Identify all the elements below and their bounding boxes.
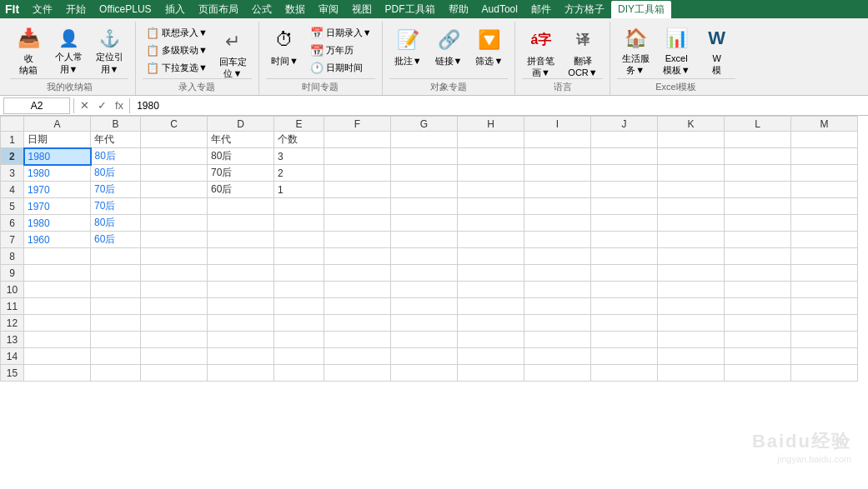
cell[interactable]: [141, 248, 208, 265]
cell[interactable]: [791, 148, 858, 165]
cell[interactable]: 1: [274, 182, 324, 198]
cell[interactable]: [791, 365, 858, 382]
menu-item-file[interactable]: 文件: [26, 1, 59, 18]
cell[interactable]: [208, 298, 274, 315]
cell[interactable]: [658, 148, 725, 165]
cell[interactable]: [658, 348, 725, 365]
formula-confirm-icon[interactable]: ✓: [95, 99, 109, 112]
cell[interactable]: [141, 182, 208, 198]
cell[interactable]: [725, 232, 791, 248]
cell[interactable]: [141, 132, 208, 148]
col-header-I[interactable]: I: [524, 117, 591, 132]
cell[interactable]: [524, 265, 591, 282]
menu-item-start[interactable]: 开始: [59, 1, 93, 18]
cell[interactable]: [208, 215, 274, 232]
cell[interactable]: [24, 248, 91, 265]
cell[interactable]: [274, 248, 324, 265]
cell[interactable]: [591, 165, 658, 182]
cell[interactable]: [524, 315, 591, 332]
cell[interactable]: [591, 365, 658, 382]
cell[interactable]: [591, 315, 658, 332]
spreadsheet-container[interactable]: A B C D E F G H I J K L M 1日期年代年代个数21980…: [0, 116, 868, 489]
cell[interactable]: [591, 265, 658, 282]
cell[interactable]: 年代: [91, 132, 141, 148]
menu-item-diy[interactable]: DIY工具箱: [611, 1, 671, 18]
btn-enter[interactable]: ↵ 回车定位▼: [214, 23, 252, 78]
cell[interactable]: [24, 315, 91, 332]
btn-link[interactable]: 🔗 链接▼: [430, 23, 468, 78]
row-header-4[interactable]: 4: [1, 182, 24, 198]
cell[interactable]: [524, 298, 591, 315]
cell[interactable]: [658, 365, 725, 382]
menu-item-formula[interactable]: 公式: [245, 1, 278, 18]
cell[interactable]: [141, 332, 208, 348]
cell[interactable]: [791, 282, 858, 298]
cell[interactable]: [725, 248, 791, 265]
cell[interactable]: [274, 332, 324, 348]
cell[interactable]: [391, 365, 458, 382]
cell[interactable]: [458, 165, 524, 182]
menu-item-audtool[interactable]: AudTool: [475, 2, 524, 17]
cell[interactable]: [141, 315, 208, 332]
cell[interactable]: 70后: [91, 182, 141, 198]
cell[interactable]: [658, 298, 725, 315]
cell[interactable]: [458, 248, 524, 265]
cell[interactable]: 1980: [24, 148, 91, 165]
cell[interactable]: [141, 282, 208, 298]
btn-personal[interactable]: 👤 个人常用▼: [50, 23, 88, 78]
cell[interactable]: [791, 232, 858, 248]
cell[interactable]: [141, 198, 208, 215]
col-header-E[interactable]: E: [274, 117, 324, 132]
menu-item-mail[interactable]: 邮件: [524, 1, 558, 18]
cell[interactable]: [324, 298, 391, 315]
cell[interactable]: [274, 198, 324, 215]
cell[interactable]: [91, 365, 141, 382]
cell[interactable]: [458, 265, 524, 282]
cell[interactable]: [658, 315, 725, 332]
cell[interactable]: [324, 132, 391, 148]
cell[interactable]: [274, 265, 324, 282]
cell[interactable]: [591, 248, 658, 265]
cell[interactable]: [458, 315, 524, 332]
cell[interactable]: 1980: [24, 215, 91, 232]
cell[interactable]: [391, 232, 458, 248]
cell[interactable]: [791, 332, 858, 348]
cell[interactable]: [524, 365, 591, 382]
cell[interactable]: [391, 315, 458, 332]
cell[interactable]: [391, 265, 458, 282]
cell[interactable]: [391, 165, 458, 182]
cell[interactable]: [458, 148, 524, 165]
cell[interactable]: [324, 198, 391, 215]
cell[interactable]: 3: [274, 148, 324, 165]
btn-inbox[interactable]: 📥 收纳箱: [10, 23, 47, 78]
col-header-F[interactable]: F: [324, 117, 391, 132]
cell[interactable]: [458, 348, 524, 365]
cell[interactable]: [274, 348, 324, 365]
menu-item-pagelayout[interactable]: 页面布局: [192, 1, 245, 18]
cell[interactable]: [208, 282, 274, 298]
cell[interactable]: 1970: [24, 182, 91, 198]
row-header-10[interactable]: 10: [1, 282, 24, 298]
row-header-6[interactable]: 6: [1, 215, 24, 232]
cell[interactable]: 70后: [208, 165, 274, 182]
cell[interactable]: [324, 182, 391, 198]
cell[interactable]: [24, 348, 91, 365]
cell[interactable]: [658, 132, 725, 148]
menu-item-ffgz[interactable]: 方方格子: [558, 1, 611, 18]
cell[interactable]: [141, 232, 208, 248]
cell[interactable]: 80后: [91, 165, 141, 182]
cell[interactable]: [791, 198, 858, 215]
cell[interactable]: [208, 348, 274, 365]
cell[interactable]: [458, 282, 524, 298]
row-header-2[interactable]: 2: [1, 148, 24, 165]
cell[interactable]: [324, 232, 391, 248]
cell[interactable]: [391, 132, 458, 148]
cell[interactable]: [524, 332, 591, 348]
cell[interactable]: 个数: [274, 132, 324, 148]
col-header-M[interactable]: M: [791, 117, 858, 132]
cell[interactable]: [391, 248, 458, 265]
cell[interactable]: [208, 265, 274, 282]
row-header-15[interactable]: 15: [1, 365, 24, 382]
cell[interactable]: 2: [274, 165, 324, 182]
cell[interactable]: [324, 248, 391, 265]
